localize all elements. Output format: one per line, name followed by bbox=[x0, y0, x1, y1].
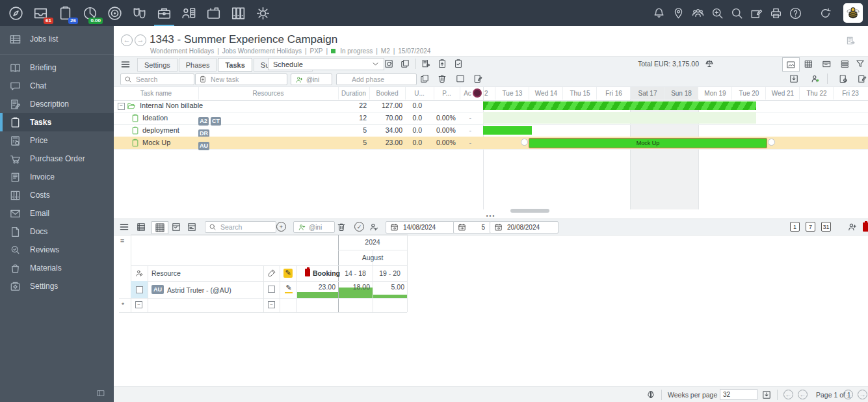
search-icon[interactable] bbox=[730, 7, 744, 20]
col-duration[interactable]: Duration bbox=[338, 87, 370, 100]
row-checkbox[interactable] bbox=[268, 286, 275, 293]
resource-column-header[interactable]: Resource bbox=[151, 269, 181, 277]
stylus-pen-icon[interactable] bbox=[267, 269, 276, 278]
weeks-per-page-input[interactable] bbox=[720, 389, 757, 400]
capacity-battery-icon[interactable] bbox=[863, 222, 868, 232]
download-icon[interactable] bbox=[761, 390, 772, 400]
week-view-button[interactable]: 7 bbox=[806, 222, 815, 232]
edit-pencil-icon[interactable]: ✎ bbox=[285, 284, 293, 293]
tab-tasks[interactable]: Tasks bbox=[218, 58, 252, 72]
view-gantt-button[interactable] bbox=[782, 57, 800, 72]
bell-icon[interactable] bbox=[652, 7, 666, 20]
end-date-input[interactable] bbox=[506, 223, 554, 232]
clipboard-up-icon[interactable] bbox=[437, 59, 447, 69]
brain-icon[interactable] bbox=[646, 390, 656, 400]
person-clipboard-icon[interactable] bbox=[181, 5, 197, 21]
next-page-button[interactable]: → bbox=[843, 390, 853, 399]
add-phase-input[interactable] bbox=[350, 75, 413, 84]
booking-search-input[interactable] bbox=[219, 222, 272, 232]
help-icon[interactable] bbox=[789, 7, 802, 20]
sidebar-item-briefing[interactable]: Briefing bbox=[0, 59, 114, 77]
note-edit-icon[interactable] bbox=[750, 7, 763, 20]
share-doc-icon[interactable] bbox=[845, 36, 856, 47]
client-name[interactable]: Wonderment Holidays bbox=[150, 47, 214, 55]
inbox-tray-icon[interactable]: 61 bbox=[33, 5, 49, 21]
start-date-input[interactable] bbox=[402, 223, 450, 232]
view-planner-icon[interactable] bbox=[171, 222, 181, 232]
collapse-phase-icon[interactable]: − bbox=[118, 103, 125, 110]
sidebar-item-purchase-order[interactable]: Purchase Order bbox=[0, 150, 114, 168]
rolodex-icon[interactable] bbox=[205, 5, 222, 21]
copy-icon[interactable] bbox=[419, 74, 430, 84]
panel-splitter[interactable]: ••• bbox=[114, 213, 868, 219]
briefcase-icon[interactable] bbox=[156, 5, 172, 21]
archive-icon[interactable] bbox=[230, 5, 246, 21]
view-rows-button[interactable] bbox=[837, 57, 853, 70]
col-resources[interactable]: Resources bbox=[198, 87, 339, 100]
sidebar-item-materials[interactable]: Materials bbox=[0, 259, 114, 277]
sidebar-item-tasks[interactable]: Tasks bbox=[0, 113, 114, 131]
bar-resize-handle-left[interactable] bbox=[521, 139, 528, 146]
assign-ini-button[interactable]: @ini bbox=[291, 74, 332, 85]
month-view-button[interactable]: 31 bbox=[821, 222, 831, 232]
days-input[interactable] bbox=[469, 223, 486, 232]
tab-settings[interactable]: Settings bbox=[137, 58, 178, 72]
person-column-icon[interactable] bbox=[135, 269, 144, 278]
menu-icon[interactable] bbox=[120, 59, 131, 70]
sidebar-item-email[interactable]: Email bbox=[0, 204, 114, 222]
clipboard-edit-icon[interactable] bbox=[473, 74, 483, 84]
clipboard-gear-icon[interactable] bbox=[838, 74, 848, 84]
download-icon[interactable] bbox=[789, 74, 799, 84]
view-list-icon[interactable] bbox=[136, 222, 146, 232]
back-button[interactable]: ← bbox=[121, 34, 133, 46]
resource-checkbox-cell[interactable] bbox=[131, 281, 148, 298]
trash-icon[interactable] bbox=[437, 74, 447, 84]
task-row-ideation[interactable]: Ideation A2CT 12 70.00 0.0 0.00% - bbox=[114, 112, 868, 125]
sidebar-item-invoice[interactable]: Invoice bbox=[0, 168, 114, 186]
time-pie-icon[interactable]: 0.00 bbox=[82, 5, 98, 21]
schedule-dropdown[interactable]: Schedule bbox=[268, 58, 384, 70]
gantt-horizontal-scrollbar[interactable] bbox=[510, 209, 549, 213]
collapse-sidebar-icon[interactable] bbox=[96, 389, 106, 397]
tab-phases[interactable]: Phases bbox=[179, 58, 217, 72]
sidebar-item-chat[interactable]: Chat bbox=[0, 77, 114, 95]
sidebar-item-description[interactable]: Description bbox=[0, 95, 114, 113]
gantt-bar-phase[interactable] bbox=[483, 101, 756, 110]
booking-end-date-field[interactable] bbox=[490, 221, 559, 234]
new-row-minus-box[interactable]: − bbox=[135, 301, 142, 308]
task-row-phase[interactable]: − Internal Non billable 22 127.00 0.0 bbox=[114, 100, 868, 113]
resource-avatar[interactable] bbox=[473, 88, 482, 98]
drag-handle-icon[interactable]: = bbox=[120, 237, 124, 245]
task-row-mockup-selected[interactable]: Mock Up AU 5 23.00 0.0 0.00% - Mock Up bbox=[114, 137, 868, 150]
sidebar-item-price[interactable]: Price bbox=[0, 131, 114, 150]
resource-checkbox[interactable] bbox=[136, 286, 143, 293]
booking-search-field[interactable] bbox=[205, 221, 276, 233]
menu-icon[interactable] bbox=[119, 222, 129, 232]
sidebar-item-reviews[interactable]: Reviews bbox=[0, 241, 114, 259]
gantt-bar-mockup[interactable]: Mock Up bbox=[529, 138, 767, 148]
target-icon[interactable] bbox=[107, 5, 123, 21]
new-task-field[interactable] bbox=[195, 74, 287, 85]
people-icon[interactable] bbox=[691, 7, 705, 20]
box-sync-icon[interactable] bbox=[384, 59, 394, 69]
doc-export-icon[interactable] bbox=[421, 59, 431, 69]
highlighter-icon[interactable]: ✎ bbox=[283, 269, 293, 278]
col-task-name[interactable]: Task name bbox=[114, 87, 199, 100]
gantt-span-ideation[interactable] bbox=[483, 112, 756, 124]
booking-column-header[interactable]: Booking bbox=[313, 269, 340, 277]
bar-resize-handle-right[interactable] bbox=[768, 139, 775, 146]
person-status-icon[interactable] bbox=[810, 74, 821, 84]
col-p[interactable]: P... bbox=[434, 87, 460, 100]
last-page-button[interactable]: → bbox=[858, 390, 867, 399]
prev-page-button[interactable]: ← bbox=[798, 390, 808, 399]
copy-docs-icon[interactable] bbox=[400, 59, 410, 69]
task-row-deployment[interactable]: deployment DR 5 34.00 0.0 0.00% - bbox=[114, 124, 868, 137]
masks-icon[interactable] bbox=[131, 5, 148, 21]
empty-box-icon[interactable] bbox=[455, 74, 466, 84]
sidebar-item-costs[interactable]: Costs bbox=[0, 186, 114, 204]
sidebar-item-docs[interactable]: Docs bbox=[0, 222, 114, 241]
person-plus-icon[interactable] bbox=[847, 222, 858, 232]
add-booking-icon[interactable]: + bbox=[276, 222, 286, 232]
location-pin-icon[interactable] bbox=[672, 7, 685, 20]
scales-icon[interactable] bbox=[704, 59, 715, 69]
